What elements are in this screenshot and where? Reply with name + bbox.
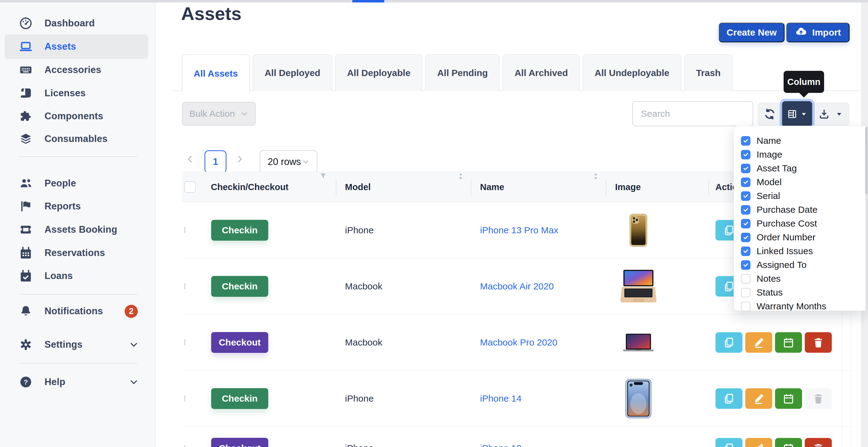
checkbox-unchecked-icon[interactable] [741, 302, 750, 311]
column-option-model[interactable]: Model [741, 175, 866, 189]
edit-button[interactable] [745, 332, 772, 353]
column-header-name[interactable]: Name [480, 172, 504, 202]
column-header-image[interactable]: Image [615, 172, 641, 202]
pagination-next-button[interactable] [235, 154, 244, 169]
column-header-checkin-checkout[interactable]: Checkin/Checkout [211, 172, 288, 202]
model-cell: Macbook [345, 281, 382, 291]
sort-icon[interactable] [456, 172, 465, 180]
create-new-button[interactable]: Create New [719, 23, 784, 42]
column-option-asset-tag[interactable]: Asset Tag [741, 162, 866, 175]
column-option-purchase-date[interactable]: Purchase Date [741, 203, 866, 216]
bulk-action-dropdown[interactable]: Bulk Action [182, 102, 256, 126]
row-checkbox[interactable] [184, 339, 185, 346]
checkbox-unchecked-icon[interactable] [741, 274, 750, 284]
sidebar-item-settings[interactable]: Settings [5, 332, 148, 357]
column-option-serial[interactable]: Serial [741, 189, 866, 203]
asset-name-link[interactable]: iPhone 14 [480, 393, 522, 404]
checkin-button[interactable]: Checkin [211, 388, 268, 409]
tab-all-archived[interactable]: All Archived [502, 54, 580, 91]
import-button[interactable]: Import [786, 23, 849, 42]
tab-label: All Deployed [265, 68, 320, 78]
sidebar-item-loans[interactable]: Loans [5, 264, 148, 288]
sidebar-item-accessories[interactable]: Accessories [5, 58, 148, 82]
checkout-button[interactable]: Checkout [211, 438, 268, 447]
row-checkbox[interactable] [184, 283, 185, 289]
checkbox-checked-icon[interactable] [741, 260, 750, 270]
column-option-name[interactable]: Name [741, 134, 866, 147]
checkbox-checked-icon[interactable] [741, 177, 750, 187]
dropdown-scrollbar-thumb[interactable] [865, 127, 867, 194]
asset-name-link[interactable]: iPhone 13 Pro Max [480, 225, 558, 236]
sidebar-item-reservations[interactable]: Reservations [5, 241, 148, 265]
search-input[interactable] [632, 101, 753, 126]
sidebar-item-help[interactable]: ? Help [5, 370, 148, 394]
asset-name-link[interactable]: Macbook Air 2020 [480, 281, 554, 291]
checkbox-checked-icon[interactable] [741, 246, 750, 256]
refresh-button[interactable] [764, 108, 776, 120]
sort-icon[interactable] [591, 172, 600, 180]
checkbox-checked-icon[interactable] [741, 233, 750, 242]
column-option-linked-issues[interactable]: Linked Issues [741, 244, 866, 258]
row-checkbox[interactable] [184, 395, 185, 402]
column-option-order-number[interactable]: Order Number [741, 231, 866, 244]
checkin-button[interactable]: Checkin [211, 276, 268, 297]
sidebar-item-components[interactable]: Components [5, 104, 148, 129]
checkbox-checked-icon[interactable] [741, 191, 750, 201]
users-icon [19, 176, 33, 191]
calendar-button[interactable] [775, 438, 802, 447]
row-checkbox[interactable] [184, 445, 185, 447]
checkin-button[interactable]: Checkin [211, 220, 268, 241]
column-option-image[interactable]: Image [741, 148, 866, 161]
caret-down-icon [801, 111, 807, 117]
pagination-prev-button[interactable] [185, 154, 195, 169]
tab-all-deployed[interactable]: All Deployed [253, 54, 332, 91]
clone-button[interactable] [715, 438, 742, 447]
asset-name-link[interactable]: iPhone 13 [480, 443, 522, 447]
calendar-button[interactable] [775, 332, 802, 353]
calendar-button[interactable] [775, 388, 802, 409]
select-all-checkbox[interactable] [184, 181, 196, 193]
delete-button[interactable] [805, 438, 832, 447]
column-option-notes[interactable]: Notes [741, 272, 866, 285]
scroll-icon [19, 86, 33, 100]
edit-button[interactable] [745, 438, 772, 447]
sidebar-item-licenses[interactable]: Licenses [5, 81, 148, 105]
checkbox-checked-icon[interactable] [741, 136, 750, 146]
checkbox-checked-icon[interactable] [741, 164, 750, 173]
checkbox-unchecked-icon[interactable] [741, 288, 750, 298]
tab-all-assets[interactable]: All Assets [182, 54, 250, 92]
sidebar-item-consumables[interactable]: Consumables [5, 127, 148, 151]
asset-name-link[interactable]: Macbook Pro 2020 [480, 337, 557, 348]
column-picker-button[interactable] [782, 101, 812, 127]
rows-per-page-select[interactable]: 20 rows [260, 150, 317, 174]
checkbox-checked-icon[interactable] [741, 205, 750, 215]
column-option-label: Linked Issues [756, 246, 813, 256]
clone-button[interactable] [715, 388, 742, 409]
tab-all-pending[interactable]: All Pending [425, 54, 500, 91]
chevron-down-icon [129, 377, 138, 387]
column-option-assigned-to[interactable]: Assigned To [741, 258, 866, 272]
tab-trash[interactable]: Trash [684, 54, 733, 91]
sidebar-item-assets[interactable]: Assets [5, 34, 148, 59]
checkout-button[interactable]: Checkout [211, 332, 268, 353]
pagination-page-1[interactable]: 1 [205, 150, 226, 174]
export-button[interactable] [818, 108, 843, 120]
sidebar-item-assets-booking[interactable]: Assets Booking [5, 217, 148, 242]
checkbox-checked-icon[interactable] [741, 150, 750, 160]
delete-button[interactable] [805, 332, 832, 353]
checkbox-checked-icon[interactable] [741, 219, 750, 229]
column-option-purchase-cost[interactable]: Purchase Cost [741, 217, 866, 230]
sidebar-item-people[interactable]: People [5, 171, 148, 196]
edit-button[interactable] [745, 388, 772, 409]
row-checkbox[interactable] [184, 227, 185, 233]
sidebar-item-dashboard[interactable]: Dashboard [5, 11, 148, 36]
column-option-status[interactable]: Status [741, 286, 866, 299]
filter-icon[interactable] [319, 172, 327, 180]
sidebar-item-reports[interactable]: Reports [5, 194, 148, 218]
clone-button[interactable] [715, 332, 742, 353]
tab-all-undeployable[interactable]: All Undeployable [583, 54, 681, 91]
page-title: Assets [181, 3, 242, 24]
column-option-warranty-months[interactable]: Warranty Months [741, 300, 866, 311]
column-header-model[interactable]: Model [345, 172, 371, 202]
tab-all-deployable[interactable]: All Deployable [335, 54, 423, 91]
